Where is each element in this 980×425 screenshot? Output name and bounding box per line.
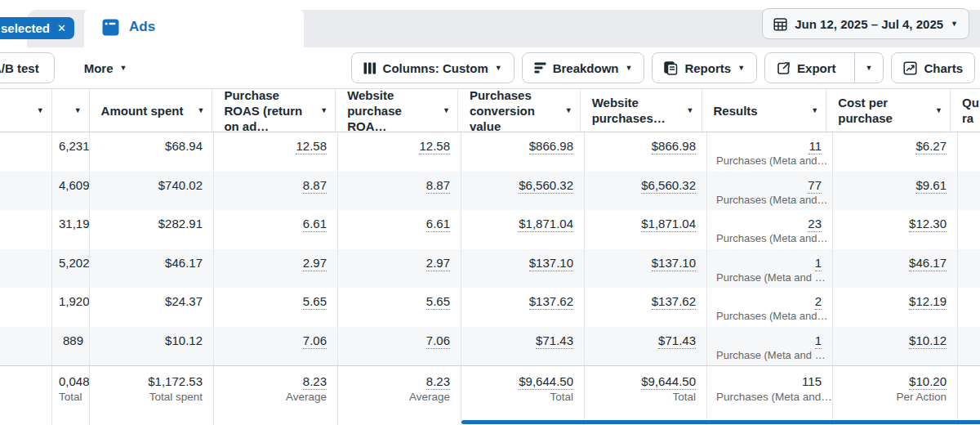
column-header-hidden-1[interactable]: ▼	[0, 89, 52, 132]
total-cost-per-purchase: $10.20Per Action	[833, 366, 958, 425]
column-header-website-purchase-roas[interactable]: Website purchase ROA…▼	[336, 89, 458, 132]
cell-results: 11Purchases (Meta and…	[707, 132, 833, 172]
cell-website-purchase-roas: 5.65	[338, 288, 461, 327]
ab-test-button[interactable]: A/B test	[0, 52, 55, 83]
export-options-button[interactable]: ▼	[854, 53, 884, 83]
column-header-hidden-2[interactable]: ▼	[52, 89, 90, 132]
charts-label: Charts	[924, 61, 963, 75]
cell-website-purchase-roas: 6.61	[338, 210, 461, 249]
table-actions: Columns: Custom ▼ Breakdown ▼ Reports ▼	[351, 52, 975, 83]
cell-website-purchases: $137.10	[585, 249, 707, 289]
date-range-picker[interactable]: Jun 12, 2025 – Jul 4, 2025 ▼	[762, 8, 969, 39]
cell-reach: 889	[52, 327, 90, 366]
sort-caret-icon[interactable]: ▼	[443, 107, 450, 114]
sort-caret-icon[interactable]: ▼	[37, 107, 44, 114]
cell-purchases-conversion-value: $866.98	[461, 132, 585, 172]
cell-website-purchases: $71.43	[585, 327, 707, 366]
total-website-purchases: $9,644.50Total	[585, 366, 707, 425]
sort-caret-icon[interactable]: ▼	[687, 107, 694, 114]
cell-results: 1Purchase (Meta and …	[707, 249, 833, 289]
cell-quality-ranking	[958, 132, 980, 172]
columns-button[interactable]: Columns: Custom ▼	[351, 52, 514, 83]
more-label: More	[84, 61, 114, 75]
table-row: 4,609 $740.02 8.87 8.87 $6,560.32 $6,560…	[0, 172, 980, 211]
cell-results: 1Purchase (Meta and …	[707, 327, 833, 366]
cell-blank	[0, 172, 52, 211]
columns-icon	[363, 62, 376, 74]
cell-purchase-roas: 6.61	[214, 210, 338, 249]
export-label: Export	[797, 61, 836, 75]
cell-quality-ranking	[958, 288, 980, 327]
sort-caret-icon[interactable]: ▼	[811, 107, 818, 114]
cell-website-purchase-roas: 12.58	[338, 132, 461, 172]
cell-purchases-conversion-value: $137.10	[461, 249, 585, 289]
cell-cost-per-purchase: $46.17	[833, 249, 958, 289]
cell-reach: 4,609	[52, 172, 90, 211]
cell-purchases-conversion-value: $71.43	[461, 327, 585, 366]
horizontal-scrollbar[interactable]	[461, 420, 980, 424]
column-header-results[interactable]: Results▼	[702, 89, 827, 132]
cell-results: 77Purchases (Meta and…	[707, 172, 833, 211]
cell-blank	[0, 288, 52, 327]
close-icon[interactable]: ✕	[57, 22, 66, 34]
sort-caret-icon[interactable]: ▼	[565, 107, 572, 114]
cell-quality-ranking	[958, 327, 980, 366]
sort-caret-icon[interactable]: ▼	[197, 107, 204, 114]
ads-table: ▼ ▼ Amount spent▼ Purchase ROAS (return …	[0, 88, 980, 425]
table-row: 6,231 $68.94 12.58 12.58 $866.98 $866.98…	[0, 132, 980, 172]
sort-caret-icon[interactable]: ▼	[320, 107, 327, 114]
column-header-purchases-conversion-value[interactable]: Purchases conversion value▼	[458, 89, 581, 132]
cell-quality-ranking	[958, 172, 980, 211]
column-header-website-purchases[interactable]: Website purchases…▼	[581, 89, 702, 132]
cell-cost-per-purchase: $12.30	[833, 210, 958, 249]
total-website-purchase-roas: 8.23Average	[338, 366, 461, 425]
table-row: 889 $10.12 7.06 7.06 $71.43 $71.43 1Purc…	[0, 327, 980, 366]
cell-website-purchase-roas: 2.97	[338, 249, 461, 289]
cell-amount-spent: $10.12	[90, 327, 214, 366]
total-amount-spent: $1,172.53Total spent	[90, 366, 214, 425]
chevron-down-icon: ▼	[866, 65, 873, 72]
cell-website-purchases: $1,871.04	[585, 210, 707, 249]
columns-label: Columns: Custom	[383, 61, 488, 75]
cell-amount-spent: $46.17	[90, 249, 214, 289]
column-header-quality-ranking[interactable]: Qu ra	[951, 89, 980, 132]
cell-cost-per-purchase: $12.19	[833, 288, 958, 327]
totals-row: 0,048Total $1,172.53Total spent 8.23Aver…	[0, 365, 980, 425]
export-button[interactable]: Export	[765, 53, 848, 83]
more-button[interactable]: More ▼	[84, 61, 127, 75]
column-header-amount-spent[interactable]: Amount spent▼	[90, 89, 213, 132]
charts-button[interactable]: Charts	[891, 52, 975, 83]
cell-purchase-roas: 2.97	[214, 249, 338, 289]
breakdown-button[interactable]: Breakdown ▼	[522, 52, 645, 83]
charts-icon	[903, 61, 917, 75]
ads-icon	[102, 19, 119, 36]
column-header-cost-per-purchase[interactable]: Cost per purchase▼	[826, 89, 951, 132]
cell-amount-spent: $282.91	[90, 210, 214, 249]
cell-quality-ranking	[958, 210, 980, 249]
total-reach: 0,048Total	[52, 366, 90, 425]
reports-button[interactable]: Reports ▼	[652, 52, 757, 83]
cell-website-purchases: $6,560.32	[585, 172, 707, 211]
cell-cost-per-purchase: $6.27	[833, 132, 958, 172]
selected-filter-pill[interactable]: selected ✕	[0, 17, 74, 39]
tab-ads[interactable]: Ads	[84, 7, 304, 47]
cell-quality-ranking	[958, 366, 980, 425]
cell-purchases-conversion-value: $137.62	[461, 288, 585, 327]
cell-website-purchase-roas: 7.06	[338, 327, 461, 366]
cell-blank	[0, 327, 52, 366]
tab-strip: Ads selected ✕ Jun 12, 2025 – Jul 4, 202…	[0, 0, 980, 47]
cell-cost-per-purchase: $9.61	[833, 172, 958, 211]
sort-caret-icon[interactable]: ▼	[935, 107, 942, 114]
cell-purchase-roas: 7.06	[214, 327, 338, 366]
cell-reach: 6,231	[52, 132, 90, 172]
breakdown-icon	[534, 62, 546, 74]
cell-amount-spent: $68.94	[90, 132, 214, 172]
cell-quality-ranking	[958, 249, 980, 289]
chevron-down-icon: ▼	[495, 65, 502, 72]
export-icon	[777, 61, 791, 75]
ads-manager: Ads selected ✕ Jun 12, 2025 – Jul 4, 202…	[0, 0, 980, 425]
column-header-purchase-roas[interactable]: Purchase ROAS (return on ad…▼	[212, 89, 336, 132]
sort-caret-icon[interactable]: ▼	[74, 107, 82, 114]
cell-results: 2Purchases (Meta and…	[707, 288, 833, 327]
cell-amount-spent: $24.37	[90, 288, 214, 327]
